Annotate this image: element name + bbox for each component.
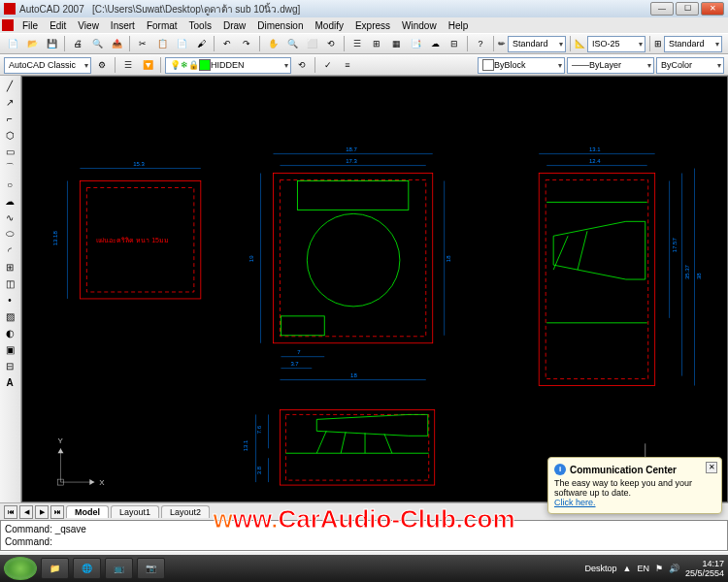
svg-line-53	[384, 434, 392, 453]
undo-icon[interactable]: ↶	[218, 35, 236, 52]
tab-layout2[interactable]: Layout2	[161, 505, 210, 518]
insert-block-icon[interactable]: ⊞	[1, 259, 18, 275]
color-select[interactable]: ByBlock	[478, 57, 565, 74]
tray-icon[interactable]: 🔊	[669, 564, 679, 573]
lineweight-select[interactable]: ByColor	[656, 57, 724, 74]
language-indicator[interactable]: EN	[637, 564, 649, 573]
windows-taskbar: 📁 🌐 📺 📷 Desktop ▲ EN ⚑ 🔊 14:17 25/5/2554	[0, 555, 728, 582]
save-icon[interactable]: 💾	[43, 35, 60, 52]
table-style-select[interactable]: Standard	[664, 36, 722, 52]
tab-model[interactable]: Model	[66, 505, 109, 518]
menu-format[interactable]: Format	[142, 20, 182, 31]
match-icon[interactable]: 🖌	[192, 35, 210, 52]
arc-icon[interactable]: ⌒	[1, 160, 18, 176]
system-tray: Desktop ▲ EN ⚑ 🔊 14:17 25/5/2554	[584, 559, 724, 578]
taskbar-item[interactable]: 🌐	[73, 558, 101, 579]
mtext-icon[interactable]: A	[1, 374, 18, 390]
polyline-icon[interactable]: ⌐	[1, 111, 18, 126]
hatch-icon[interactable]: ▨	[1, 308, 18, 324]
copy-icon[interactable]: 📋	[153, 35, 171, 52]
polygon-icon[interactable]: ⬡	[1, 127, 18, 143]
maximize-button[interactable]: ☐	[676, 2, 699, 16]
desktop-label[interactable]: Desktop	[584, 564, 616, 573]
layer-props-icon[interactable]: ☰	[119, 56, 137, 74]
tab-next-icon[interactable]: ▶	[35, 505, 49, 519]
popup-link[interactable]: Click here.	[554, 498, 715, 507]
make-block-icon[interactable]: ◫	[1, 275, 18, 291]
menu-view[interactable]: View	[73, 20, 104, 31]
tab-layout1[interactable]: Layout1	[111, 505, 159, 518]
rectangle-icon[interactable]: ▭	[1, 144, 18, 159]
tray-icon[interactable]: ▲	[623, 564, 632, 573]
menu-window[interactable]: Window	[397, 20, 442, 31]
open-icon[interactable]: 📂	[23, 35, 41, 52]
taskbar-item[interactable]: 📺	[105, 558, 133, 579]
circle-icon[interactable]: ○	[1, 177, 18, 192]
tab-last-icon[interactable]: ⏭	[50, 505, 64, 519]
taskbar-item[interactable]: 📷	[137, 558, 165, 579]
ellipse-arc-icon[interactable]: ◜	[1, 242, 18, 258]
preview-icon[interactable]: 🔍	[88, 35, 106, 52]
zoom-window-icon[interactable]: ⬜	[303, 35, 320, 52]
layer-filter-icon[interactable]: 🔽	[139, 56, 156, 74]
paste-icon[interactable]: 📄	[173, 35, 190, 52]
text-style-select[interactable]: Standard	[508, 36, 566, 52]
line-icon[interactable]: ╱	[1, 78, 18, 93]
tool-palette-icon[interactable]: ▦	[387, 35, 405, 52]
menu-tools[interactable]: Tools	[184, 20, 216, 31]
spline-icon[interactable]: ∿	[1, 210, 18, 225]
menu-dimension[interactable]: Dimension	[252, 20, 308, 31]
popup-close-icon[interactable]: ✕	[706, 462, 717, 473]
sheet-set-icon[interactable]: 📑	[407, 35, 424, 52]
table-icon[interactable]: ⊟	[1, 358, 18, 373]
layer-match-icon[interactable]: ≡	[339, 56, 356, 74]
menu-insert[interactable]: Insert	[106, 20, 140, 31]
tab-prev-icon[interactable]: ◀	[19, 505, 33, 519]
make-current-icon[interactable]: ✓	[319, 56, 337, 74]
menu-modify[interactable]: Modify	[311, 20, 348, 31]
calc-icon[interactable]: ⊟	[446, 35, 463, 52]
point-icon[interactable]: •	[1, 292, 18, 307]
command-history: Command: _qsave	[5, 523, 723, 535]
ellipse-icon[interactable]: ⬭	[1, 226, 18, 242]
menu-edit[interactable]: Edit	[45, 20, 71, 31]
design-center-icon[interactable]: ⊞	[368, 35, 385, 52]
redo-icon[interactable]: ↷	[238, 35, 255, 52]
print-icon[interactable]: 🖨	[69, 35, 86, 52]
taskbar-item[interactable]: 📁	[41, 558, 69, 579]
publish-icon[interactable]: 📤	[108, 35, 125, 52]
start-button[interactable]	[4, 557, 37, 580]
tab-first-icon[interactable]: ⏮	[4, 505, 17, 519]
markup-icon[interactable]: ☁	[426, 35, 444, 52]
revcloud-icon[interactable]: ☁	[1, 193, 18, 209]
command-window[interactable]: Command: _qsave Command:	[0, 520, 728, 551]
cut-icon[interactable]: ✂	[134, 35, 151, 52]
minimize-button[interactable]: —	[650, 2, 674, 16]
menu-express[interactable]: Express	[350, 20, 395, 31]
gradient-icon[interactable]: ◐	[1, 325, 18, 340]
drawing-canvas[interactable]: 15.3 13.18 แผ่นอะคริลิค หนา 15มม 18.7 17…	[21, 76, 728, 502]
tray-icon[interactable]: ⚑	[655, 564, 663, 573]
close-button[interactable]: ✕	[701, 2, 724, 16]
menu-draw[interactable]: Draw	[218, 20, 250, 31]
xline-icon[interactable]: ↗	[1, 94, 18, 110]
dim-style-select[interactable]: ISO-25	[587, 36, 645, 52]
workspace-settings-icon[interactable]: ⚙	[93, 56, 111, 74]
menu-help[interactable]: Help	[444, 20, 474, 31]
layer-prev-icon[interactable]: ⟲	[293, 56, 311, 74]
workspace-select[interactable]: AutoCAD Classic	[4, 57, 91, 74]
new-icon[interactable]: 📄	[4, 35, 21, 52]
region-icon[interactable]: ▣	[1, 341, 18, 357]
properties-icon[interactable]: ☰	[348, 35, 366, 52]
zoom-prev-icon[interactable]: ⟲	[322, 35, 340, 52]
svg-line-39	[553, 236, 568, 270]
svg-text:18: 18	[446, 255, 451, 262]
svg-rect-17	[297, 181, 408, 210]
menu-file[interactable]: File	[17, 20, 43, 31]
zoom-icon[interactable]: 🔍	[283, 35, 301, 52]
layer-select[interactable]: 💡❄🔒 HIDDEN	[165, 57, 291, 74]
clock[interactable]: 14:17 25/5/2554	[685, 559, 724, 578]
help-icon[interactable]: ?	[472, 35, 489, 52]
linetype-select[interactable]: —— ByLayer	[567, 57, 654, 74]
pan-icon[interactable]: ✋	[264, 35, 281, 52]
